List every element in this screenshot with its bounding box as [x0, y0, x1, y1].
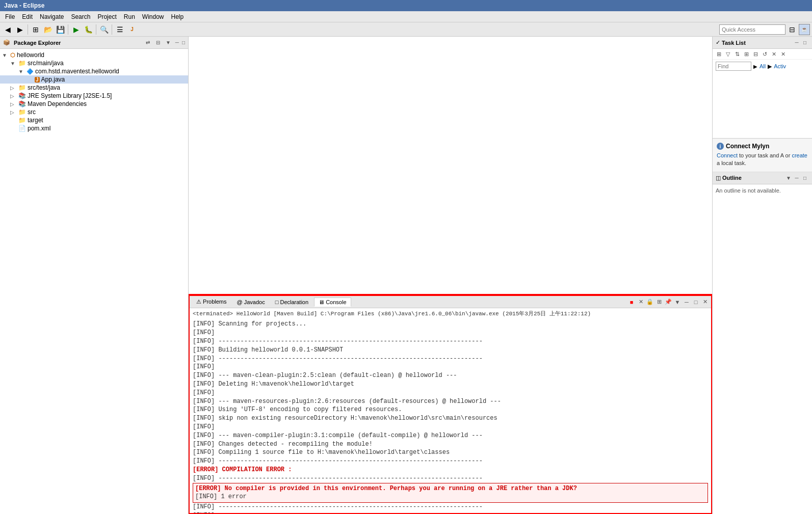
menu-navigate[interactable]: Navigate — [37, 12, 67, 21]
console-new-btn[interactable]: ⊞ — [655, 298, 663, 306]
console-maximize-btn[interactable]: □ — [692, 298, 700, 306]
console-line: [INFO] ---------------------------------… — [193, 511, 708, 513]
tree-item-app-java[interactable]: J App.java — [0, 75, 188, 84]
tree-label: pom.xml — [28, 125, 50, 132]
filter-active-btn[interactable]: Activ — [774, 63, 786, 69]
console-scroll-lock[interactable]: 🔒 — [646, 298, 654, 306]
menu-project[interactable]: Project — [94, 12, 119, 21]
task-maximize-btn[interactable]: □ — [801, 39, 809, 47]
toolbar-java[interactable]: J — [126, 24, 138, 35]
create-link[interactable]: create — [792, 152, 807, 158]
menu-window[interactable]: Window — [139, 12, 167, 21]
task-find-input[interactable] — [716, 62, 751, 71]
tab-console[interactable]: 🖥 Console — [314, 297, 351, 307]
task-sort-btn[interactable]: ⇅ — [733, 50, 741, 58]
task-close-btn[interactable]: ✕ — [770, 50, 778, 58]
toolbar-sep-1 — [28, 24, 28, 35]
filter-all-btn[interactable]: All — [759, 63, 766, 69]
console-line: [INFO] --- maven-clean-plugin:2.5:clean … — [193, 371, 708, 380]
outline-icon: ◫ — [716, 175, 721, 181]
tab-javadoc[interactable]: @ Javadoc — [232, 297, 270, 307]
toolbar-search[interactable]: 🔍 — [98, 24, 110, 35]
toolbar-run[interactable]: ▶ — [70, 24, 82, 35]
tree-item-pom[interactable]: 📄 pom.xml — [0, 124, 188, 132]
pom-icon: 📄 — [18, 125, 26, 132]
console-pin-btn[interactable]: 📌 — [664, 298, 672, 306]
pkg-maximize-btn[interactable]: □ — [182, 40, 185, 45]
connect-mylyn-text: Connect to your task and A or create a l… — [717, 152, 808, 168]
menu-file[interactable]: File — [2, 12, 18, 21]
menu-run[interactable]: Run — [121, 12, 138, 21]
tree-arrow: ▼ — [18, 69, 27, 74]
toolbar-debug[interactable]: 🐛 — [83, 24, 94, 35]
tree-item-src-main-java[interactable]: ▼ 📁 src/main/java — [0, 59, 188, 67]
toolbar-java-perspective[interactable]: ☕ — [799, 24, 810, 35]
console-line: [INFO] Using 'UTF-8' encoding to copy fi… — [193, 405, 708, 414]
tree-arrow: ▼ — [2, 52, 10, 58]
task-sync-btn[interactable]: ↺ — [761, 50, 769, 58]
task-list-title: Task List — [722, 40, 793, 46]
toolbar-perspectives-icon[interactable]: ⊟ — [787, 24, 798, 35]
pkg-collapse-btn[interactable]: ⊟ — [154, 39, 162, 47]
left-panel: 📦 Package Explorer ⇄ ⊟ ▼ ─ □ ▼ ⬡ hellowo… — [0, 37, 189, 514]
task-minimize-btn[interactable]: ─ — [793, 39, 801, 47]
menu-edit[interactable]: Edit — [19, 12, 36, 21]
task-close2-btn[interactable]: ✕ — [779, 50, 787, 58]
console-line: [INFO] --- maven-compiler-plugin:3.1:com… — [193, 431, 708, 440]
tree-arrow: ▷ — [10, 110, 18, 115]
pkg-sync-btn[interactable]: ⇄ — [144, 39, 152, 47]
toolbar-back[interactable]: ◀ — [2, 24, 13, 35]
pkg-menu-btn[interactable]: ▼ — [164, 39, 172, 47]
pkg-minimize-btn[interactable]: ─ — [175, 40, 179, 45]
tree-label: App.java — [41, 76, 65, 83]
toolbar-forward[interactable]: ▶ — [14, 24, 25, 35]
outline-minimize-btn[interactable]: ─ — [793, 174, 801, 182]
pkg-explorer-title: Package Explorer — [14, 40, 142, 46]
toolbar-perspective[interactable]: ☰ — [114, 24, 125, 35]
console-clear-btn[interactable]: ✕ — [637, 298, 645, 306]
console-minimize-btn[interactable]: ─ — [683, 298, 691, 306]
connect-link[interactable]: Connect — [717, 152, 738, 158]
console-line: [INFO] ---------------------------------… — [193, 474, 708, 483]
toolbar-save[interactable]: 💾 — [55, 24, 66, 35]
editor-area[interactable] — [189, 37, 712, 295]
tab-declaration[interactable]: □ Declaration — [271, 297, 313, 307]
console-content[interactable]: <terminated> HelloWorld [Maven Build] C:… — [190, 308, 711, 513]
tree-label: JRE System Library [J2SE-1.5] — [28, 92, 112, 99]
console-terminate-btn[interactable]: ■ — [627, 298, 636, 306]
console-header-line: <terminated> HelloWorld [Maven Build] C:… — [193, 310, 708, 318]
console-tabs: ⚠ Problems @ Javadoc □ Declaration 🖥 Con… — [190, 296, 711, 308]
tab-problems[interactable]: ⚠ Problems — [192, 297, 231, 307]
connect-mylyn-section: i Connect Mylyn Connect to your task and… — [713, 139, 812, 172]
tree-item-src-test[interactable]: ▷ 📁 src/test/java — [0, 84, 188, 92]
outline-menu-btn[interactable]: ▼ — [784, 174, 793, 182]
toolbar-open[interactable]: 📂 — [42, 24, 54, 35]
console-line: [INFO] --- maven-resources-plugin:2.6:re… — [193, 397, 708, 406]
task-new-btn[interactable]: ⊞ — [715, 50, 723, 58]
task-group-btn[interactable]: ⊞ — [742, 50, 750, 58]
quick-access-input[interactable] — [719, 24, 785, 35]
package-icon: 🔷 — [27, 68, 34, 75]
menu-search[interactable]: Search — [68, 12, 93, 21]
console-line: [INFO] Deleting H:\mavenok\helloworld\ta… — [193, 380, 708, 389]
tree-item-package[interactable]: ▼ 🔷 com.hstd.maventest.helloworld — [0, 67, 188, 75]
console-menu-btn[interactable]: ▼ — [673, 298, 682, 306]
console-line: [INFO] ---------------------------------… — [193, 457, 708, 466]
tree-item-src[interactable]: ▷ 📁 src — [0, 108, 188, 116]
console-line: [INFO] ---------------------------------… — [193, 503, 708, 511]
tree-item-target[interactable]: 📁 target — [0, 116, 188, 124]
main-layout: 📦 Package Explorer ⇄ ⊟ ▼ ─ □ ▼ ⬡ hellowo… — [0, 37, 812, 514]
menu-help[interactable]: Help — [168, 12, 187, 21]
outline-maximize-btn[interactable]: □ — [801, 174, 809, 182]
tree-item-helloworld[interactable]: ▼ ⬡ helloworld — [0, 51, 188, 59]
tree-label: target — [28, 117, 43, 124]
task-filter-btn[interactable]: ▽ — [724, 50, 732, 58]
tree-item-jre[interactable]: ▷ 📚 JRE System Library [J2SE-1.5] — [0, 92, 188, 100]
console-line: [INFO] Building helloworld 0.0.1-SNAPSHO… — [193, 346, 708, 355]
console-line: [INFO] 1 error — [195, 493, 705, 501]
tree-item-maven-deps[interactable]: ▷ 📚 Maven Dependencies — [0, 100, 188, 108]
menu-bar: File Edit Navigate Search Project Run Wi… — [0, 11, 812, 22]
toolbar-new[interactable]: ⊞ — [30, 24, 41, 35]
console-close-btn[interactable]: ✕ — [701, 298, 709, 306]
task-collapse-btn[interactable]: ⊟ — [751, 50, 759, 58]
